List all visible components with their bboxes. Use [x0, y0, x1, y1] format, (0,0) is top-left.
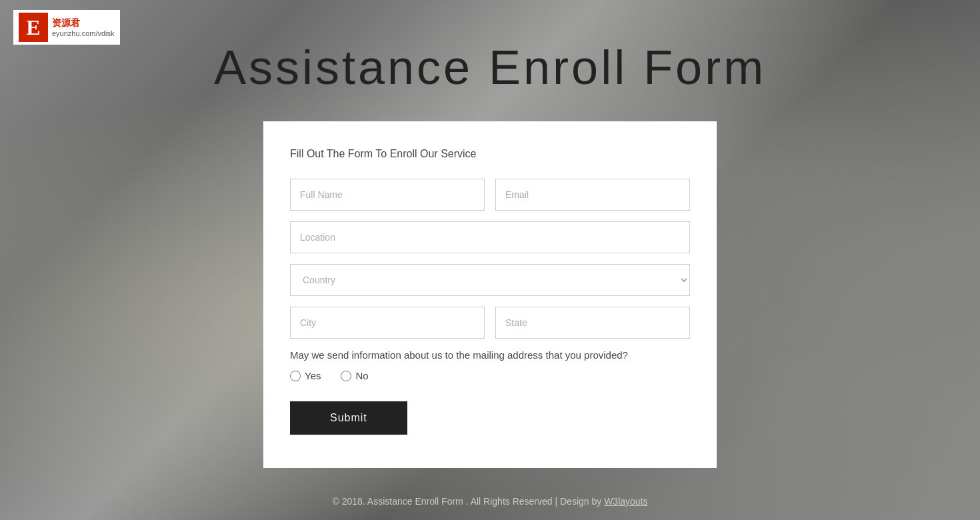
form-row-location — [290, 221, 690, 253]
location-input[interactable] — [290, 221, 690, 253]
footer-link[interactable]: W3layouts — [604, 496, 647, 507]
radio-yes-text: Yes — [305, 370, 321, 381]
form-container: Fill Out The Form To Enroll Our Service … — [263, 121, 717, 468]
radio-yes-label[interactable]: Yes — [290, 370, 321, 381]
city-input[interactable] — [290, 307, 485, 339]
radio-no-text: No — [355, 370, 368, 381]
form-subtitle: Fill Out The Form To Enroll Our Service — [290, 148, 690, 160]
radio-no[interactable] — [341, 371, 351, 381]
radio-no-label[interactable]: No — [341, 370, 368, 381]
form-row-name-email — [290, 179, 690, 211]
logo-letter: E — [19, 13, 48, 42]
footer: © 2018. Assistance Enroll Form . All Rig… — [0, 496, 980, 507]
logo: E 资源君 eyunzhu.com/vdisk — [13, 10, 120, 45]
country-select[interactable]: Country United States United Kingdom Can… — [290, 264, 690, 296]
mailing-question: May we send information about us to the … — [290, 349, 690, 361]
logo-chinese: 资源君 — [52, 17, 115, 29]
radio-group: Yes No — [290, 370, 690, 381]
state-input[interactable] — [495, 307, 690, 339]
logo-text: 资源君 eyunzhu.com/vdisk — [52, 17, 115, 38]
radio-yes[interactable] — [290, 371, 301, 381]
page-title: Assistance Enroll Form — [0, 40, 980, 95]
form-row-city-state — [290, 307, 690, 339]
footer-text: © 2018. Assistance Enroll Form . All Rig… — [332, 496, 604, 507]
form-row-country: Country United States United Kingdom Can… — [290, 264, 690, 296]
logo-url: eyunzhu.com/vdisk — [52, 29, 115, 38]
full-name-input[interactable] — [290, 179, 485, 211]
submit-button[interactable]: Submit — [290, 401, 407, 435]
email-input[interactable] — [495, 179, 690, 211]
